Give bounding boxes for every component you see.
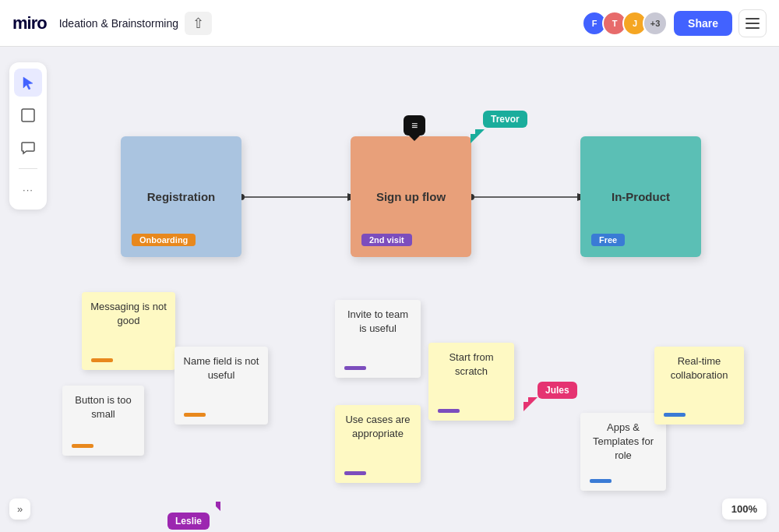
use-cases-sticky[interactable]: Use cases are appropriate (335, 405, 421, 483)
trevor-label: Trevor (483, 111, 527, 128)
svg-marker-3 (23, 77, 33, 90)
leslie-label: Leslie (167, 513, 210, 530)
messaging-underline (91, 358, 113, 362)
apps-underline (590, 479, 612, 483)
comment-tool[interactable] (14, 134, 42, 162)
svg-marker-13 (471, 129, 485, 143)
menu-icon (746, 18, 760, 29)
select-tool[interactable] (14, 69, 42, 97)
name-field-underline (184, 413, 206, 417)
registration-card[interactable]: Registration Onboarding (121, 136, 241, 257)
start-scratch-sticky[interactable]: Start from scratch (428, 343, 514, 421)
cursor-icon (22, 76, 34, 90)
messaging-sticky[interactable]: Messaging is not good (82, 292, 175, 370)
avatar-group: F T J +3 (582, 11, 668, 36)
topbar: miro Ideation & Brainstorming ⇧ F T J +3… (0, 0, 779, 47)
avatar-count: +3 (643, 11, 668, 36)
start-scratch-underline (438, 409, 460, 413)
zoom-indicator: 100% (722, 499, 767, 520)
realtime-underline (664, 413, 686, 417)
name-field-sticky[interactable]: Name field is not useful (174, 347, 268, 425)
topbar-right: F T J +3 Share (582, 9, 767, 37)
registration-label: Registration (147, 190, 216, 203)
jules-cursor: Jules (538, 382, 577, 399)
comment-icon-inline: ≡ (411, 119, 418, 132)
upload-button[interactable]: ⇧ (185, 12, 212, 35)
trevor-cursor: Trevor (483, 111, 527, 128)
toolbar-divider (19, 168, 37, 169)
signup-label: Sign up flow (376, 190, 446, 203)
visit-badge: 2nd visit (361, 234, 412, 246)
share-button[interactable]: Share (674, 11, 732, 36)
messaging-text: Messaging is not good (90, 300, 167, 328)
use-cases-underline (344, 471, 366, 475)
apps-templates-sticky[interactable]: Apps & Templates for role (580, 413, 666, 491)
comment-bubble[interactable]: ≡ (404, 115, 425, 136)
realtime-sticky[interactable]: Real-time collaboration (654, 347, 744, 425)
sticky-tool[interactable] (14, 101, 42, 129)
svg-rect-1 (746, 23, 760, 24)
more-tools[interactable]: ··· (14, 175, 42, 203)
inproduct-label: In-Product (612, 190, 670, 203)
realtime-text: Real-time collaboration (662, 354, 736, 382)
board-title[interactable]: Ideation & Brainstorming (59, 17, 178, 30)
free-badge: Free (591, 234, 625, 246)
svg-rect-4 (22, 109, 34, 122)
invite-team-text: Invite to team is useful (343, 308, 413, 336)
svg-rect-2 (746, 27, 760, 29)
svg-marker-14 (523, 397, 538, 411)
button-small-text: Button is too small (70, 393, 136, 421)
trevor-arrow-icon (469, 128, 488, 146)
start-scratch-text: Start from scratch (436, 351, 506, 379)
comment-icon (21, 141, 35, 155)
sticky-icon (21, 108, 35, 122)
name-field-text: Name field is not useful (182, 354, 260, 382)
apps-templates-text: Apps & Templates for role (588, 421, 658, 463)
menu-button[interactable] (738, 9, 767, 37)
invite-underline (344, 366, 366, 370)
jules-arrow-icon (522, 396, 541, 414)
expand-button[interactable]: » (9, 499, 30, 520)
button-small-sticky[interactable]: Button is too small (62, 386, 144, 456)
leslie-cursor: Leslie (167, 513, 210, 530)
invite-team-sticky[interactable]: Invite to team is useful (335, 300, 421, 378)
inproduct-card[interactable]: In-Product Free (580, 136, 701, 257)
svg-rect-0 (746, 18, 760, 19)
signup-card[interactable]: Sign up flow 2nd visit (351, 136, 471, 257)
use-cases-text: Use cases are appropriate (343, 413, 413, 441)
canvas: Registration Onboarding Sign up flow 2nd… (0, 47, 779, 532)
button-small-underline (72, 444, 93, 448)
onboarding-badge: Onboarding (132, 234, 196, 246)
left-toolbar: ··· (9, 62, 47, 210)
svg-marker-15 (206, 502, 220, 511)
jules-label: Jules (538, 382, 577, 399)
miro-logo: miro (12, 13, 47, 33)
